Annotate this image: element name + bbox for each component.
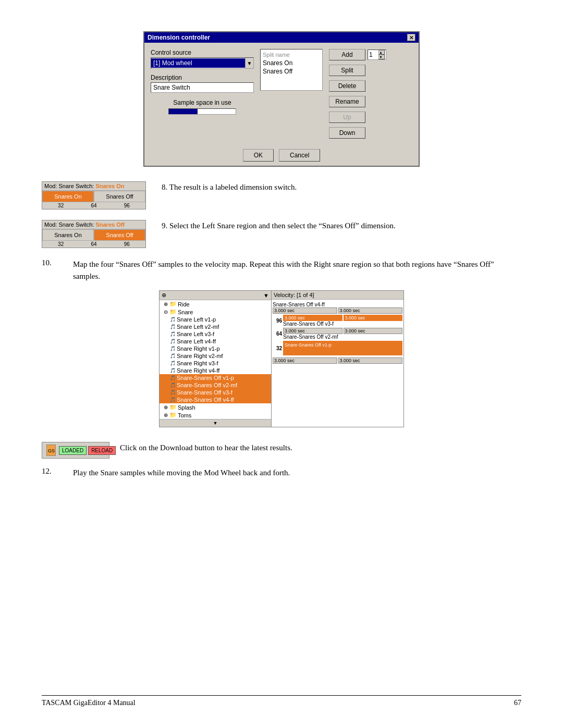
down-button[interactable]: Down <box>329 127 365 139</box>
add-button[interactable]: Add <box>329 49 365 60</box>
step9-text-content: 9. Select the Left Snare region and then… <box>162 221 396 230</box>
step9-section: Mod: Snare Switch: Snares Off Snares On … <box>42 220 521 248</box>
mod-panel-9: Mod: Snare Switch: Snares Off Snares On … <box>42 220 146 248</box>
dropdown-arrow-icon[interactable]: ▼ <box>245 58 253 68</box>
mod-num-96-8: 96 <box>124 203 130 208</box>
control-source-dropdown[interactable]: [1] Mod wheel ▼ <box>151 57 254 69</box>
vel-label-v3f: Snare-Snares Off v3-f <box>283 321 402 327</box>
up-button[interactable]: Up <box>329 112 365 123</box>
collapse-snare-icon: ⊖ <box>164 309 168 315</box>
mod-num-32-9: 32 <box>58 241 64 247</box>
reload-button[interactable]: RELOAD <box>88 446 116 455</box>
download-widget: GS LOADED RELOAD <box>42 442 109 459</box>
tree-label-ssov3: Snare-Snares Off v3-f <box>177 389 232 396</box>
tree-label-snare: Snare <box>178 309 193 315</box>
tree-item-slv4[interactable]: 🎵 Snare Left v4-ff <box>160 338 271 345</box>
tree-label-slv3: Snare Left v3-f <box>177 331 214 337</box>
tree-item-slv1[interactable]: 🎵 Snare Left v1-p <box>160 316 271 323</box>
dialog-close-button[interactable]: ✕ <box>407 34 415 41</box>
loaded-button[interactable]: LOADED <box>59 446 87 455</box>
spin-up-button[interactable]: ▲ <box>378 50 385 55</box>
vel-bottom-bars: 3.000 sec 3.000 sec <box>273 357 402 364</box>
split-item-snares-on[interactable]: Snares On <box>263 59 320 67</box>
dialog-body: Control source [1] Mod wheel ▼ Descripti… <box>144 43 419 145</box>
tree-expand-icon: ⊕ <box>162 292 166 299</box>
mod-row-8: Snares On Snares Off <box>42 191 145 202</box>
description-input[interactable]: Snare Switch <box>151 82 254 93</box>
download-icon: GS <box>46 445 56 456</box>
folder-toms-icon: 📁 <box>169 412 177 418</box>
tree-item-splash[interactable]: ⊕ 📁 Splash <box>160 403 271 411</box>
tree-item-ssov2[interactable]: 🎵 Snare-Snares Off v2-mf <box>160 381 271 389</box>
mod-cell-snares-off-9[interactable]: Snares Off <box>94 229 145 241</box>
tree-label-slv4: Snare Left v4-ff <box>177 338 216 344</box>
mod-cell-snares-on-8[interactable]: Snares On <box>42 191 94 202</box>
tree-label-toms: Toms <box>178 412 191 418</box>
page-footer: TASCAM GigaEditor 4 Manual 67 <box>42 695 521 707</box>
spin-down-button[interactable]: ▼ <box>378 55 385 59</box>
split-button[interactable]: Split <box>329 65 365 76</box>
step9-text: 9. Select the Left Snare region and then… <box>162 220 521 232</box>
tree-scroll-down-icon[interactable]: ▼ <box>263 292 269 299</box>
sample-icon-ssov3: 🎵 <box>170 390 176 395</box>
velocity-content: Snare-Snares Off v4-ff 3.000 sec 3.000 s… <box>272 300 403 366</box>
dialog-footer: OK Cancel <box>144 145 419 166</box>
split-item-snares-off[interactable]: Snares Off <box>263 67 320 76</box>
description-label: Description <box>151 74 254 81</box>
svg-text:GS: GS <box>48 448 55 453</box>
sample-icon-ssov4: 🎵 <box>170 397 176 402</box>
cancel-button[interactable]: Cancel <box>279 149 320 162</box>
sample-bar-fill <box>169 109 198 114</box>
tree-item-snare[interactable]: ⊖ 📁 Snare <box>160 308 271 316</box>
tree-item-toms[interactable]: ⊕ 📁 Toms <box>160 411 271 419</box>
mod-num-32-8: 32 <box>58 203 64 208</box>
tree-scroll-bar-bottom: ▼ <box>160 419 271 427</box>
tree-item-ssov4[interactable]: 🎵 Snare-Snares Off v4-ff <box>160 396 271 403</box>
dialog-title: Dimension controller <box>148 34 210 41</box>
panels-container: ⊕ ▼ ⊕ 📁 Ride ⊖ 📁 Snare 🎵 Snare Left v1-p <box>42 290 521 427</box>
tree-item-slv3[interactable]: 🎵 Snare Left v3-f <box>160 330 271 338</box>
vel-bar1-v4ff: 3.000 sec <box>273 307 337 314</box>
step11-item: GS LOADED RELOAD Click on the Download b… <box>42 442 521 459</box>
dialog-right-buttons: Add 1 ▲ ▼ Split Delete Rename Up Down <box>329 49 412 139</box>
tree-item-srv2[interactable]: 🎵 Snare Right v2-mf <box>160 352 271 360</box>
tree-label-srv2: Snare Right v2-mf <box>177 353 223 359</box>
tree-item-ssov1[interactable]: 🎵 Snare-Snares Off v1-p <box>160 374 271 381</box>
velocity-header: Velocity: [1 of 4] <box>272 291 403 300</box>
delete-button[interactable]: Delete <box>329 80 365 92</box>
dl-labels: LOADED RELOAD <box>59 446 116 455</box>
mod-cell-snares-off-8[interactable]: Snares Off <box>94 191 145 202</box>
velocity-panel: Velocity: [1 of 4] Snare-Snares Off v4-f… <box>272 291 403 427</box>
mod-header-label-8: Mod: Snare Switch: <box>44 183 94 189</box>
tree-item-srv1[interactable]: 🎵 Snare Right v1-p <box>160 345 271 352</box>
mod-header-label-9: Mod: Snare Switch: <box>44 221 94 228</box>
split-list[interactable]: Split name Snares On Snares Off <box>260 49 323 91</box>
add-value-input[interactable]: 1 ▲ ▼ <box>368 50 386 60</box>
step10-number: 10. <box>42 258 63 282</box>
tree-label-slv2: Snare Left v2-mf <box>177 324 219 330</box>
vel-bar2-v4ff: 3.000 sec <box>338 307 403 314</box>
expand-splash-icon: ⊕ <box>164 404 168 410</box>
mod-active-label-8: Snares On <box>95 183 124 189</box>
tree-item-ssov3[interactable]: 🎵 Snare-Snares Off v3-f <box>160 389 271 396</box>
vel-row-64: 64 3.000 sec 3.000 sec Snare-Snares Off … <box>273 328 402 340</box>
tree-panel-header: ⊕ ▼ <box>160 291 271 300</box>
tree-item-ride[interactable]: ⊕ 📁 Ride <box>160 300 271 308</box>
dialog-wrapper: Dimension controller ✕ Control source [1… <box>42 31 521 167</box>
vel-bar2-v2mf: 3.000 sec <box>344 328 403 334</box>
vel-bars-v2mf: 3.000 sec 3.000 sec <box>283 328 402 334</box>
tree-label-ssov1: Snare-Snares Off v1-p <box>177 375 234 381</box>
split-area-container: Split name Snares On Snares Off <box>260 49 323 139</box>
vel-bar-v1p: Snare-Snares Off v1-p <box>283 341 402 355</box>
tree-item-slv2[interactable]: 🎵 Snare Left v2-mf <box>160 323 271 330</box>
tree-item-srv4[interactable]: 🎵 Snare Right v4-ff <box>160 367 271 374</box>
mod-cell-snares-on-9[interactable]: Snares On <box>42 229 94 241</box>
tree-item-srv3[interactable]: 🎵 Snare Right v3-f <box>160 360 271 367</box>
step12-number: 12. <box>42 467 63 479</box>
expand-ride-icon: ⊕ <box>164 301 168 307</box>
sample-space-bar <box>168 108 236 115</box>
rename-button[interactable]: Rename <box>329 96 365 107</box>
ok-button[interactable]: OK <box>243 149 274 162</box>
mod-panel-8: Mod: Snare Switch: Snares On Snares On S… <box>42 181 146 209</box>
tree-scroll-bottom-icon[interactable]: ▼ <box>213 421 218 426</box>
